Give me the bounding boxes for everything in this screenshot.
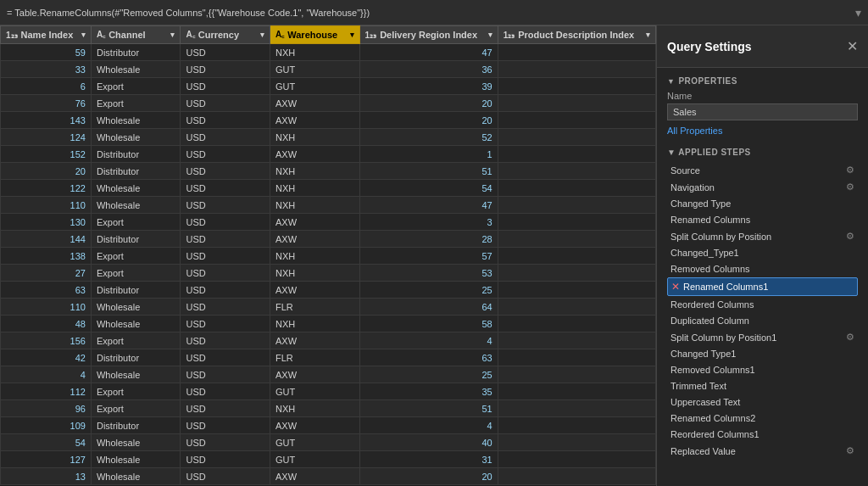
step-item-removed_columns1[interactable]: Removed Columns1 — [667, 362, 858, 377]
table-cell: 112 — [1, 383, 92, 400]
step-item-reordered_columns1[interactable]: Reordered Columns1 — [667, 427, 858, 442]
table-row[interactable]: 27ExportUSDNXH53 — [1, 265, 656, 282]
table-cell — [498, 316, 655, 332]
table-row[interactable]: 109DistributorUSDAXW4 — [1, 417, 656, 434]
gear-icon[interactable]: ⚙ — [846, 332, 854, 343]
table-cell — [498, 95, 655, 112]
step-item-trimmed_text[interactable]: Trimmed Text — [667, 378, 858, 394]
table-cell: GUT — [270, 434, 360, 451]
table-cell: USD — [181, 163, 270, 180]
step-item-duplicated_column[interactable]: Duplicated Column — [667, 313, 858, 328]
step-item-removed_columns[interactable]: Removed Columns — [667, 261, 858, 277]
step-item-split_column_by_position[interactable]: Split Column by Position⚙ — [667, 228, 858, 244]
col-header-product_description_index[interactable]: 1₂₃ Product Description Index ▾ — [498, 26, 655, 44]
table-row[interactable]: 122WholesaleUSDNXH54 — [1, 180, 656, 197]
table-cell — [498, 468, 655, 485]
table-cell: AXW — [270, 95, 360, 112]
table-cell: 13 — [1, 468, 92, 485]
panel-close-button[interactable]: ✕ — [847, 38, 858, 54]
table-cell: 124 — [1, 129, 92, 146]
gear-icon[interactable]: ⚙ — [846, 165, 854, 176]
col-type-icon-channel: A꜀ — [97, 30, 105, 40]
table-row[interactable]: 110WholesaleUSDFLR64 — [1, 299, 656, 316]
table-row[interactable]: 96ExportUSDNXH51 — [1, 400, 656, 417]
table-cell: Export — [91, 95, 181, 112]
table-row[interactable]: 48WholesaleUSDNXH58 — [1, 316, 656, 332]
table-cell: Wholesale — [91, 180, 181, 197]
step-item-split_column_by_position1[interactable]: Split Column by Position1⚙ — [667, 329, 858, 345]
table-cell: 4 — [359, 417, 498, 434]
table-cell — [498, 163, 655, 180]
table-row[interactable]: 156ExportUSDAXW4 — [1, 332, 656, 349]
table-row[interactable]: 76ExportUSDAXW20 — [1, 95, 656, 112]
step-item-renamed_columns1[interactable]: ✕Renamed Columns1 — [667, 277, 858, 296]
col-header-currency[interactable]: A꜀ Currency ▾ — [181, 26, 270, 44]
table-cell — [498, 299, 655, 316]
table-cell: GUT — [270, 61, 360, 78]
table-row[interactable]: 20DistributorUSDNXH51 — [1, 163, 656, 180]
table-cell: 138 — [1, 248, 92, 265]
table-row[interactable]: 138ExportUSDNXH57 — [1, 248, 656, 265]
step-item-renamed_columns2[interactable]: Renamed Columns2 — [667, 411, 858, 426]
col-header-name_index[interactable]: 1₂₃ Name Index ▾ — [1, 26, 92, 44]
table-row[interactable]: 13WholesaleUSDAXW20 — [1, 468, 656, 485]
step-item-changed_type1[interactable]: Changed_Type1 — [667, 245, 858, 260]
table-cell: Wholesale — [91, 316, 181, 332]
all-properties-link[interactable]: All Properties — [667, 126, 858, 136]
table-cell: USD — [181, 451, 270, 468]
table-row[interactable]: 130ExportUSDAXW3 — [1, 214, 656, 231]
name-input[interactable] — [667, 103, 858, 120]
table-cell: Wholesale — [91, 299, 181, 316]
col-dropdown-currency[interactable]: ▾ — [260, 31, 264, 39]
table-row[interactable]: 110WholesaleUSDNXH47 — [1, 197, 656, 214]
table-row[interactable]: 152DistributorUSDAXW1 — [1, 146, 656, 163]
col-header-channel[interactable]: A꜀ Channel ▾ — [91, 26, 181, 44]
table-row[interactable]: 54WholesaleUSDGUT40 — [1, 434, 656, 451]
table-row[interactable]: 143WholesaleUSDAXW20 — [1, 112, 656, 129]
step-item-navigation[interactable]: Navigation⚙ — [667, 179, 858, 195]
table-row[interactable]: 33WholesaleUSDGUT36 — [1, 61, 656, 78]
col-dropdown-channel[interactable]: ▾ — [170, 31, 175, 39]
table-cell: USD — [181, 44, 270, 61]
table-row[interactable]: 112ExportUSDGUT35 — [1, 383, 656, 400]
table-cell: USD — [181, 61, 270, 78]
col-dropdown-delivery_region_index[interactable]: ▾ — [488, 31, 492, 39]
panel-body: ▼ PROPERTIES Name All Properties ▼ APPLI… — [657, 68, 868, 486]
table-cell: USD — [181, 417, 270, 434]
col-dropdown-name_index[interactable]: ▾ — [81, 31, 86, 39]
table-cell: NXH — [270, 248, 360, 265]
table-row[interactable]: 6ExportUSDGUT39 — [1, 78, 656, 95]
col-dropdown-product_description_index[interactable]: ▾ — [646, 31, 650, 39]
gear-icon[interactable]: ⚙ — [846, 231, 854, 242]
table-row[interactable]: 42DistributorUSDFLR63 — [1, 349, 656, 366]
steps-list: Source⚙Navigation⚙Changed TypeRenamed Co… — [667, 162, 858, 459]
table-cell: Distributor — [91, 146, 181, 163]
table-row[interactable]: 4WholesaleUSDAXW25 — [1, 366, 656, 383]
gear-icon[interactable]: ⚙ — [846, 182, 854, 193]
table-row[interactable]: 124WholesaleUSDNXH52 — [1, 129, 656, 146]
step-item-changed_type[interactable]: Changed Type — [667, 196, 858, 211]
step-item-replaced_value[interactable]: Replaced Value⚙ — [667, 443, 858, 459]
table-row[interactable]: 59DistributorUSDNXH47 — [1, 44, 656, 61]
table-cell: NXH — [270, 197, 360, 214]
col-header-warehouse[interactable]: A꜀ Warehouse ▾ — [270, 26, 360, 44]
table-cell: 109 — [1, 417, 92, 434]
step-item-renamed_columns[interactable]: Renamed Columns — [667, 212, 858, 227]
table-row[interactable]: 144DistributorUSDAXW28 — [1, 231, 656, 248]
table-cell: NXH — [270, 400, 360, 417]
col-dropdown-warehouse[interactable]: ▾ — [350, 31, 354, 39]
step-item-changed_type1b[interactable]: Changed Type1 — [667, 346, 858, 361]
step-item-reordered_columns[interactable]: Reordered Columns — [667, 297, 858, 312]
gear-icon[interactable]: ⚙ — [846, 445, 854, 456]
table-wrapper[interactable]: 1₂₃ Name Index ▾ A꜀ Channel ▾ A꜀ Currenc… — [0, 25, 656, 486]
table-row[interactable]: 63DistributorUSDAXW25 — [1, 282, 656, 299]
table-cell: GUT — [270, 451, 360, 468]
col-header-delivery_region_index[interactable]: 1₂₃ Delivery Region Index ▾ — [359, 26, 498, 44]
col-type-icon-name_index: 1₂₃ — [6, 31, 18, 40]
step-item-source[interactable]: Source⚙ — [667, 162, 858, 178]
table-cell: Distributor — [91, 282, 181, 299]
step-item-uppercased_text[interactable]: Uppercased Text — [667, 394, 858, 410]
table-row[interactable]: 127WholesaleUSDGUT31 — [1, 451, 656, 468]
table-cell — [498, 417, 655, 434]
col-type-icon-warehouse: A꜀ — [275, 30, 284, 40]
